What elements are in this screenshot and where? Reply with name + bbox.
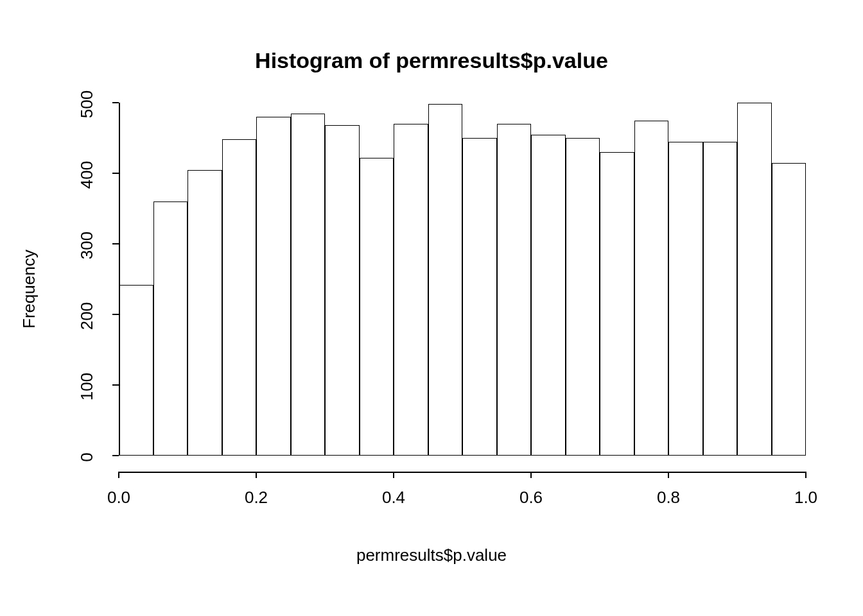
y-tick: [112, 173, 119, 174]
x-tick: [530, 472, 532, 478]
histogram-bar: [187, 170, 222, 456]
y-axis: [119, 103, 120, 456]
histogram-bar: [668, 142, 703, 456]
y-tick-label: 500: [77, 85, 97, 124]
histogram-bar: [222, 139, 257, 456]
x-tick: [118, 472, 119, 478]
plot-area: [119, 103, 806, 456]
x-axis-label: permresults$p.value: [0, 545, 863, 565]
y-tick: [112, 102, 119, 103]
histogram-bar: [394, 124, 428, 456]
x-tick-label: 0.0: [107, 488, 130, 508]
y-axis-label: Frequency: [19, 225, 39, 354]
y-tick: [112, 384, 119, 386]
x-tick: [805, 472, 806, 478]
x-tick-label: 0.2: [245, 488, 268, 508]
histogram-chart: Histogram of permresults$p.value Frequen…: [0, 0, 863, 616]
histogram-bar: [566, 138, 600, 456]
x-tick-label: 0.6: [519, 488, 543, 508]
x-tick-label: 0.8: [657, 488, 680, 508]
x-tick-label: 0.4: [382, 488, 405, 508]
histogram-bar: [291, 114, 326, 456]
y-tick-label: 100: [77, 368, 97, 406]
histogram-bar: [325, 125, 360, 456]
histogram-bar: [497, 124, 532, 456]
histogram-bar: [360, 158, 394, 456]
histogram-bar: [600, 152, 634, 456]
y-tick-label: 200: [77, 297, 97, 336]
histogram-bar: [153, 201, 188, 456]
histogram-bar: [634, 121, 669, 456]
y-tick: [112, 455, 119, 456]
y-tick-label: 300: [77, 227, 97, 265]
y-tick-label: 400: [77, 156, 97, 194]
histogram-bar: [703, 142, 738, 456]
x-tick-label: 1.0: [794, 488, 817, 508]
x-tick: [393, 472, 394, 478]
x-axis: [119, 472, 806, 473]
histogram-bar: [772, 163, 806, 456]
histogram-bar: [119, 285, 153, 456]
histogram-bar: [737, 103, 772, 456]
x-tick: [668, 472, 669, 478]
y-tick: [112, 314, 119, 315]
chart-title: Histogram of permresults$p.value: [0, 48, 863, 73]
y-tick: [112, 243, 119, 244]
histogram-bar: [428, 104, 463, 456]
x-tick: [256, 472, 257, 478]
y-tick-label: 0: [77, 438, 97, 477]
histogram-bar: [462, 138, 497, 456]
histogram-bar: [256, 117, 291, 456]
histogram-bar: [531, 135, 566, 456]
